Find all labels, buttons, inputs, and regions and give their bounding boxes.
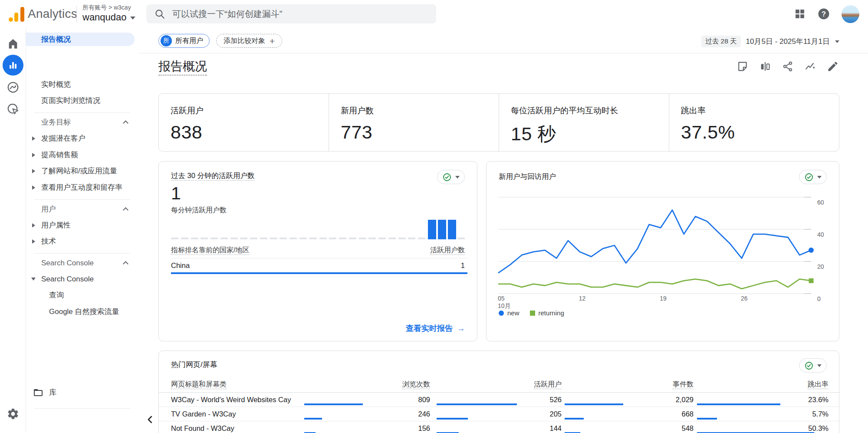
table-row: TV Garden - W3Cay 246 205 668 5.7% [159, 407, 840, 421]
col-events[interactable]: 事件数 [607, 380, 694, 389]
data-quality-dropdown[interactable] [799, 358, 827, 373]
explore-icon[interactable] [7, 81, 20, 94]
share-button[interactable] [781, 60, 794, 73]
sidebar-divider [34, 112, 130, 113]
property-selector[interactable]: wanqudao [82, 12, 135, 23]
minute-bar-strip [171, 218, 467, 239]
page-title-cell: Not Found - W3Cay [171, 424, 234, 433]
expand-arrow-icon[interactable] [32, 223, 35, 228]
expand-arrow-icon[interactable] [32, 169, 35, 173]
minute-empty-slot [181, 238, 188, 239]
comparison-button[interactable] [759, 60, 772, 73]
minute-empty-slot [210, 238, 218, 239]
sidebar-item-generate-leads[interactable]: 发掘潜在客户 [26, 130, 138, 146]
minute-empty-slot [230, 238, 238, 239]
col-bounce-rate[interactable]: 跳出率 [742, 380, 829, 389]
minute-empty-slot [339, 238, 346, 239]
arrow-right-icon: → [457, 324, 465, 333]
expand-arrow-icon[interactable] [32, 185, 35, 190]
all-users-segment-chip[interactable]: 所 所有用户 [158, 34, 210, 48]
top-pages-card: 热门网页/屏幕 网页标题和屏幕类 浏览次数 活跃用户 事件数 跳出率 W3Cay… [158, 350, 839, 433]
insights-button[interactable] [804, 60, 817, 73]
collapse-arrow-icon[interactable] [31, 278, 36, 281]
minute-empty-slot [240, 238, 247, 239]
col-active-users[interactable]: 活跃用户 [475, 380, 562, 389]
chevron-down-icon [835, 40, 839, 43]
metric-mini-bar [697, 403, 780, 405]
metric-mini-bar [437, 403, 517, 405]
chevron-up-icon [123, 207, 128, 213]
legend-new: new [499, 309, 519, 317]
chevron-down-icon [130, 17, 135, 20]
analytics-logo-icon[interactable] [9, 7, 24, 22]
add-note-button[interactable] [736, 60, 749, 73]
sidebar-item-queries[interactable]: 查询 [26, 287, 138, 303]
svg-text:26: 26 [741, 295, 748, 302]
svg-text:19: 19 [660, 295, 667, 302]
realtime-card-title: 过去 30 分钟的活跃用户数 [171, 171, 255, 181]
expand-arrow-icon[interactable] [32, 136, 35, 141]
search-input[interactable] [172, 9, 428, 19]
breadcrumb[interactable]: 所有账号 > w3cay [82, 4, 131, 12]
minute-empty-slot [418, 238, 425, 239]
chevron-down-icon [817, 364, 822, 367]
section-business-objectives[interactable]: 业务目标 [26, 114, 138, 130]
view-realtime-report-link[interactable]: 查看实时报告 → [406, 323, 465, 334]
plus-icon: + [270, 36, 275, 46]
home-icon[interactable] [7, 37, 20, 50]
sidebar-item-realtime-overview[interactable]: 实时概览 [26, 76, 138, 93]
sidebar-item-reports-snapshot[interactable]: 报告概况 [26, 33, 135, 46]
sidebar-item-understand-traffic[interactable]: 了解网站和/或应用流量 [26, 163, 138, 179]
sidebar-item-google-organic[interactable]: Google 自然搜索流量 [26, 304, 138, 320]
account-avatar[interactable] [842, 5, 859, 23]
date-range-chip: 过去 28 天 [701, 36, 740, 47]
minute-empty-slot [398, 238, 406, 239]
add-comparison-chip[interactable]: 添加比较对象 + [216, 34, 282, 48]
returning-series-marker-icon [530, 311, 535, 316]
metric-avg-engagement-time: 每位活跃用户的平均互动时长 15 秒 [499, 94, 669, 151]
advertising-icon[interactable] [7, 102, 20, 116]
comparison-icon [759, 60, 771, 73]
sidebar-item-library[interactable]: 库 [26, 384, 138, 400]
views-cell: 809 [343, 396, 430, 404]
help-icon[interactable]: ? [817, 7, 830, 20]
metric-new-users: 新用户数 773 [329, 94, 499, 151]
apps-grid-icon[interactable] [794, 8, 806, 20]
data-quality-dropdown[interactable] [437, 170, 465, 184]
minute-empty-slot [299, 238, 307, 239]
reports-icon-active[interactable] [3, 55, 23, 76]
expand-arrow-icon[interactable] [32, 239, 35, 244]
minute-empty-slot [378, 238, 386, 239]
realtime-dim-header[interactable]: 指标排名靠前的国家/地区 [171, 246, 249, 255]
views-cell: 156 [343, 424, 430, 433]
realtime-card: 过去 30 分钟的活跃用户数 1 每分钟活跃用户数 指标排名靠前的国家/地区 活… [158, 161, 477, 341]
section-search-console[interactable]: Search Console [26, 255, 138, 271]
sidebar-item-engagement-retention[interactable]: 查看用户互动度和留存率 [26, 179, 138, 195]
collapse-sidebar-icon[interactable] [144, 413, 156, 426]
svg-text:0: 0 [817, 295, 821, 302]
expand-arrow-icon[interactable] [32, 153, 35, 157]
sidebar-item-search-console[interactable]: Search Console [26, 271, 138, 287]
minute-bar [438, 220, 446, 239]
realtime-metric-header[interactable]: 活跃用户数 [430, 246, 465, 255]
sidebar-item-user-attributes[interactable]: 用户属性 [26, 217, 138, 233]
metric-bounce-rate: 跳出率 37.5% [669, 94, 839, 151]
admin-gear-icon[interactable] [7, 407, 20, 420]
new-series-marker-icon [499, 311, 504, 316]
section-user[interactable]: 用户 [26, 201, 138, 217]
events-cell: 2,029 [607, 396, 694, 404]
sidebar-item-raise-sales[interactable]: 提高销售额 [26, 147, 138, 163]
customize-report-button[interactable] [826, 60, 839, 73]
col-page-title[interactable]: 网页标题和屏幕类 [171, 380, 227, 389]
minute-empty-slot [289, 238, 297, 239]
col-views[interactable]: 浏览次数 [343, 380, 430, 389]
summary-metrics-card: 活跃用户 838 新用户数 773 每位活跃用户的平均互动时长 15 秒 跳出率… [158, 93, 839, 152]
svg-text:12: 12 [579, 295, 586, 302]
date-range-selector[interactable]: 过去 28 天 10月5日 - 2025年11月1日 [701, 36, 839, 47]
sidebar-item-realtime-pages[interactable]: 页面实时浏览情况 [26, 93, 138, 109]
search-bar[interactable] [146, 4, 436, 23]
sidebar-item-tech[interactable]: 技术 [26, 233, 138, 249]
views-cell: 246 [343, 410, 430, 418]
metric-mini-bar [697, 418, 717, 420]
segment-abbr-badge: 所 [161, 35, 172, 46]
